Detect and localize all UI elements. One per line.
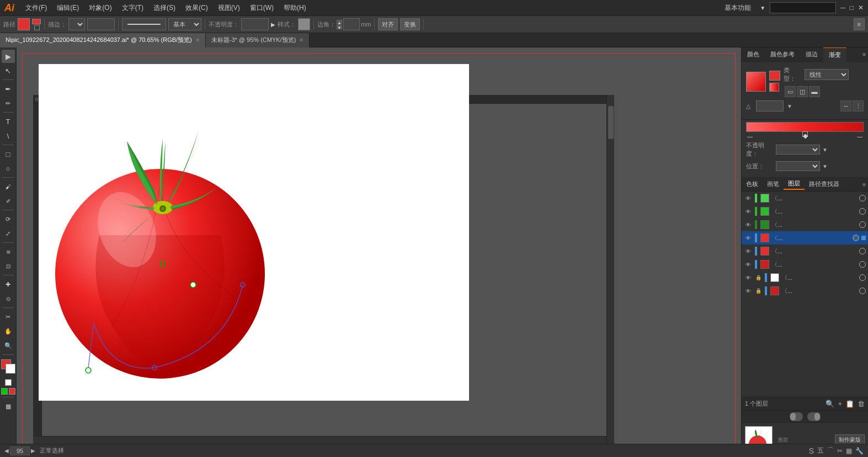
layer-row-6[interactable]: 👁 🔒 〈...	[742, 271, 868, 284]
lock-6[interactable]: 🔒	[754, 273, 763, 282]
stroke-icon-3[interactable]: ▬	[809, 86, 820, 97]
stop-left[interactable]	[747, 132, 753, 137]
tool-warp[interactable]: ≋	[2, 245, 15, 258]
eye-0[interactable]: 👁	[744, 194, 753, 203]
position-prop-select[interactable]	[776, 161, 820, 171]
tab-stroke[interactable]: 描边	[800, 47, 823, 62]
opacity-menu[interactable]: ▶	[271, 22, 275, 28]
eye-4[interactable]: 👁	[744, 247, 753, 256]
tool-pen[interactable]: ✒	[2, 82, 15, 95]
layer-trash-btn[interactable]: 🗑	[858, 400, 865, 408]
layer-row-7[interactable]: 👁 🔒 〈...	[742, 284, 868, 297]
layer-row-4[interactable]: 👁 〈...	[742, 245, 868, 258]
layer-row-1[interactable]: 👁 〈...	[742, 205, 868, 218]
none-swatch[interactable]	[5, 379, 12, 386]
sougou-icon[interactable]: S	[809, 447, 814, 455]
tab-1[interactable]: Nipic_10922672_20200408214242684037.ai* …	[0, 33, 206, 47]
layers-panel-menu[interactable]: ≡	[862, 180, 868, 188]
eye-2[interactable]: 👁	[744, 220, 753, 229]
panel-collapse[interactable]: ≡	[854, 18, 865, 30]
green-swatch[interactable]	[1, 388, 8, 395]
align-button[interactable]: 对齐	[378, 18, 398, 30]
red-swatch[interactable]	[9, 388, 15, 395]
gradient-swap[interactable]	[769, 83, 780, 93]
gradient-fg[interactable]	[769, 71, 780, 81]
position-chevron[interactable]: ▼	[822, 163, 828, 169]
tool-rotate[interactable]: ⟳	[2, 212, 15, 226]
btab-pathfinder[interactable]: 路径查找器	[805, 179, 844, 189]
scrollbar-thumb[interactable]	[608, 106, 614, 139]
corner-spinner[interactable]: ▲ ▼	[337, 20, 342, 29]
stop-mid[interactable]: ◆	[802, 131, 808, 137]
layer-scroll-track-2[interactable]	[807, 412, 821, 421]
tool-artboard[interactable]: ▦	[2, 400, 15, 413]
layer-scroll-track[interactable]	[790, 412, 803, 421]
line-style-select[interactable]: 基本	[168, 18, 201, 30]
menu-object[interactable]: 对象(O)	[84, 2, 116, 14]
tool-ellipse[interactable]: ○	[2, 162, 15, 175]
tool-icon-2[interactable]: ⌒	[827, 446, 834, 455]
stop-right[interactable]	[857, 132, 862, 137]
tool-select[interactable]: ▶	[2, 50, 15, 63]
layer-page-btn[interactable]: 📋	[845, 400, 854, 408]
menu-text[interactable]: 文字(T)	[118, 2, 148, 14]
gradient-preview-swatch[interactable]	[746, 72, 766, 92]
type-select[interactable]: 线性	[805, 69, 849, 80]
tool-line[interactable]: \	[2, 129, 15, 142]
tab-2-close[interactable]: ✕	[299, 37, 303, 43]
zoom-indicator[interactable]: ◀ ▶	[4, 447, 35, 455]
canvas-area[interactable]: 0 100 200 300	[17, 47, 741, 457]
btab-layers[interactable]: 图层	[784, 178, 805, 190]
layer-row-0[interactable]: 👁 〈...	[742, 192, 868, 205]
btab-swatches[interactable]: 色板	[742, 179, 763, 189]
tool-icon-1[interactable]: 五	[817, 446, 824, 455]
fill-stroke-toggle[interactable]	[32, 19, 41, 30]
tab-color[interactable]: 颜色	[742, 47, 765, 62]
gradient-options-btn[interactable]: ⋮	[853, 100, 864, 111]
fill-swatch[interactable]	[18, 18, 30, 30]
tool-eyedropper[interactable]: ✚	[2, 278, 15, 291]
tool-free-transform[interactable]: ⊡	[2, 259, 15, 273]
white-canvas[interactable]	[39, 64, 469, 401]
tab-1-close[interactable]: ✕	[195, 37, 200, 43]
tab-color-ref[interactable]: 颜色参考	[765, 47, 800, 62]
tab-2[interactable]: 未标题-3* @ 95% (CMYK/预览) ✕	[206, 33, 310, 47]
eye-6[interactable]: 👁	[744, 273, 753, 282]
gradient-bar[interactable]	[746, 122, 864, 132]
tool-zoom[interactable]: 🔍	[2, 339, 15, 352]
stroke-icon-1[interactable]: ▭	[785, 86, 796, 97]
layer-add-btn[interactable]: +	[838, 400, 842, 408]
tool-blend[interactable]: ⊙	[2, 292, 15, 305]
angle-input[interactable]: 0°	[756, 100, 784, 111]
tool-icon-5[interactable]: 🔧	[855, 447, 864, 455]
zoom-input[interactable]	[10, 447, 30, 455]
btab-brushes[interactable]: 画笔	[763, 179, 784, 189]
tool-scale[interactable]: ⤢	[2, 227, 15, 240]
tool-rect[interactable]: □	[2, 147, 15, 161]
menu-select[interactable]: 选择(S)	[149, 2, 180, 14]
angle-dropdown[interactable]: ▼	[787, 103, 792, 109]
tool-hand[interactable]: ✋	[2, 325, 15, 338]
transform-button[interactable]: 变换	[400, 18, 420, 30]
stroke-value[interactable]	[87, 18, 115, 30]
window-close[interactable]: ✕	[858, 4, 864, 12]
tool-icon-3[interactable]: ✂	[837, 447, 843, 455]
window-maximize[interactable]: □	[850, 4, 854, 12]
layer-row-3[interactable]: 👁 〈...	[742, 231, 868, 245]
eye-1[interactable]: 👁	[744, 207, 753, 216]
background-swatch[interactable]	[6, 364, 15, 374]
menu-file[interactable]: 文件(F)	[21, 2, 51, 14]
stroke-style[interactable]	[122, 18, 166, 30]
workspace-label[interactable]: 基本功能	[720, 2, 755, 14]
menu-effect[interactable]: 效果(C)	[181, 2, 212, 14]
window-minimize[interactable]: ─	[840, 4, 845, 12]
workspace-chevron[interactable]: ▼	[760, 5, 765, 11]
reverse-btn[interactable]: ↔	[840, 100, 851, 111]
eye-7[interactable]: 👁	[744, 286, 753, 295]
corner-value[interactable]: 0	[343, 18, 360, 30]
panel-menu-btn[interactable]: ≡	[862, 51, 868, 57]
menu-view[interactable]: 视图(V)	[214, 2, 244, 14]
opacity-prop-select[interactable]	[776, 145, 820, 155]
stroke-icon-2[interactable]: ◫	[797, 86, 808, 97]
horizontal-scrollbar[interactable]	[33, 436, 606, 444]
